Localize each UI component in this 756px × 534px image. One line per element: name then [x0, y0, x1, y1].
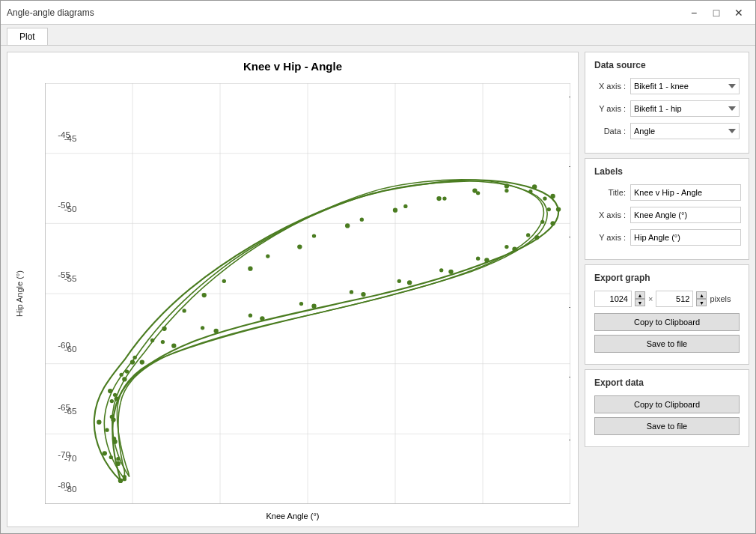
svg-point-44	[162, 327, 166, 331]
svg-point-99	[299, 302, 303, 306]
svg-point-100	[249, 314, 252, 318]
labels-y-input[interactable]	[630, 229, 741, 246]
svg-point-46	[248, 267, 252, 271]
svg-point-53	[532, 184, 537, 189]
svg-point-88	[504, 189, 508, 192]
svg-point-89	[528, 189, 532, 193]
export-graph-copy-button[interactable]: Copy to Clipboard	[594, 313, 740, 331]
title-bar: Angle-angle diagrams − □ ✕	[1, 1, 755, 25]
export-height-input[interactable]	[656, 291, 693, 307]
svg-point-95	[476, 257, 480, 261]
window-title: Angle-angle diagrams	[7, 7, 94, 18]
svg-point-52	[504, 183, 509, 188]
svg-point-106	[110, 415, 114, 419]
chart-area: Knee v Hip - Angle Hip Angle (°)	[7, 52, 579, 527]
svg-point-109	[123, 475, 126, 479]
svg-point-93	[526, 233, 530, 237]
svg-point-72	[116, 461, 121, 466]
svg-point-40	[103, 451, 107, 455]
svg-point-84	[360, 218, 364, 222]
svg-point-58	[512, 247, 516, 252]
svg-point-101	[201, 326, 204, 330]
svg-point-67	[140, 359, 144, 364]
svg-text:-45: -45	[64, 134, 77, 143]
export-height-spinner[interactable]: ▲ ▼	[696, 291, 707, 306]
svg-point-108	[116, 457, 120, 461]
svg-point-87	[476, 191, 480, 195]
labels-x-input[interactable]	[630, 207, 741, 223]
export-width-up[interactable]: ▲	[635, 291, 645, 299]
pixels-label: pixels	[710, 294, 731, 303]
svg-point-45	[202, 293, 207, 297]
x-axis-row: X axis : Bikefit 1 - knee	[594, 78, 740, 94]
svg-point-91	[547, 207, 551, 211]
export-graph-section: Export graph ▲ ▼ × ▲ ▼ pixels Copy to Cl	[585, 264, 749, 365]
data-form-label: Data :	[594, 127, 626, 136]
svg-point-92	[540, 220, 544, 224]
chart-container: Hip Angle (°)	[7, 76, 578, 512]
svg-point-81	[222, 279, 226, 283]
chart-title: Knee v Hip - Angle	[243, 52, 342, 76]
labels-section: Labels Title: X axis : Y axis :	[585, 158, 749, 260]
labels-y-label: Y axis :	[594, 233, 626, 242]
svg-text:-60: -60	[64, 345, 77, 354]
svg-point-94	[504, 245, 508, 249]
export-width-input[interactable]	[594, 291, 632, 307]
title-bar-left: Angle-angle diagrams	[7, 7, 94, 18]
svg-point-56	[550, 221, 555, 225]
svg-point-43	[130, 359, 135, 364]
data-source-section: Data source X axis : Bikefit 1 - knee Y …	[585, 52, 749, 154]
svg-text:-70: -70	[569, 434, 570, 443]
svg-text:-70: -70	[64, 454, 77, 463]
svg-point-75	[109, 455, 113, 459]
labels-x-row: X axis :	[594, 207, 740, 223]
svg-text:-65: -65	[569, 372, 570, 381]
tab-plot[interactable]: Plot	[7, 28, 48, 45]
export-graph-save-button[interactable]: Save to file	[594, 335, 740, 353]
svg-point-79	[150, 339, 154, 342]
svg-point-50	[436, 196, 441, 201]
export-data-save-button[interactable]: Save to file	[594, 417, 740, 435]
svg-point-98	[350, 290, 353, 294]
svg-point-61	[407, 280, 412, 285]
svg-text:-50: -50	[569, 162, 570, 171]
export-data-copy-button[interactable]: Copy to Clipboard	[594, 395, 740, 413]
x-axis-select[interactable]: Bikefit 1 - knee	[630, 78, 740, 94]
svg-text:-55: -55	[64, 274, 77, 283]
chart-svg: -45 -50 -55 -60 -65 -70 -45 -50 -5	[45, 83, 570, 504]
svg-point-77	[110, 399, 114, 403]
y-axis-select[interactable]: Bikefit 1 - hip	[630, 100, 740, 117]
svg-point-76	[105, 428, 109, 432]
svg-point-55	[556, 207, 561, 211]
svg-point-66	[171, 344, 176, 348]
close-button[interactable]: ✕	[728, 4, 749, 21]
export-width-spinner[interactable]: ▲ ▼	[635, 291, 645, 306]
export-height-up[interactable]: ▲	[696, 291, 707, 299]
export-graph-title: Export graph	[594, 273, 740, 283]
svg-point-64	[260, 316, 264, 321]
svg-text:-45: -45	[569, 91, 570, 100]
title-label-row: Title:	[594, 184, 740, 201]
title-form-label: Title:	[594, 188, 626, 197]
svg-text:-65: -65	[64, 407, 77, 416]
labels-x-label: X axis :	[594, 210, 626, 219]
data-select[interactable]: Angle	[630, 123, 740, 139]
svg-point-57	[534, 235, 539, 240]
svg-point-42	[108, 389, 112, 393]
minimize-button[interactable]: −	[683, 4, 704, 21]
svg-point-90	[543, 196, 546, 200]
title-input[interactable]	[630, 184, 741, 201]
export-data-section: Export data Copy to Clipboard Save to fi…	[585, 369, 749, 447]
export-width-down[interactable]: ▼	[635, 299, 645, 306]
export-data-title: Export data	[594, 377, 740, 388]
svg-text:-55: -55	[569, 231, 570, 240]
svg-point-73	[118, 479, 123, 483]
svg-point-83	[312, 234, 316, 237]
svg-point-54	[550, 194, 555, 198]
maximize-button[interactable]: □	[706, 4, 727, 21]
svg-point-68	[122, 377, 126, 381]
export-height-down[interactable]: ▼	[696, 299, 707, 306]
svg-point-59	[484, 258, 489, 262]
svg-text:-50: -50	[64, 204, 77, 213]
svg-point-49	[393, 208, 397, 213]
